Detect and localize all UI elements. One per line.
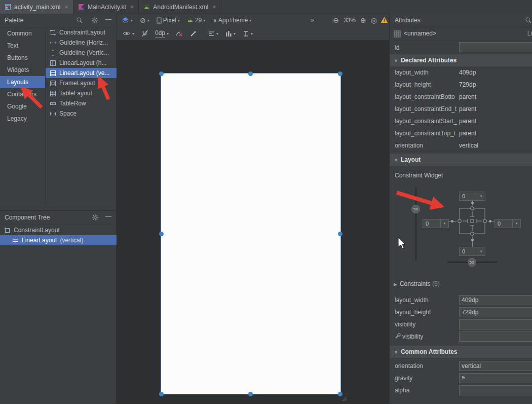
alpha-input[interactable] <box>459 385 532 395</box>
autoconnect-button[interactable] <box>141 30 148 37</box>
palette-item-label: Guideline (Vertic... <box>59 49 109 56</box>
selection-handle-bottom-left[interactable] <box>159 392 164 396</box>
constraints-section[interactable]: ▶Constraints (5) <box>390 278 532 290</box>
section-common-attributes[interactable]: ▼Common Attributes <box>390 346 532 358</box>
palette-category-widgets[interactable]: Widgets <box>0 64 45 76</box>
warnings-button[interactable] <box>381 16 388 23</box>
attr-row[interactable]: layout_constraintEnd_tparent <box>390 103 532 115</box>
close-icon[interactable]: × <box>130 3 134 11</box>
vertical-bias-slider[interactable] <box>415 187 416 261</box>
android-studio-window: activity_main.xml × MainActivity.kt × An… <box>0 0 532 404</box>
palette-item-linearlayout-horizontal[interactable]: LinearLayout (h... <box>46 58 117 68</box>
attr-row[interactable]: layout_constraintBottoparent <box>390 91 532 103</box>
view-options-button[interactable]: ▾ <box>123 30 134 36</box>
horizontal-bias-knob[interactable]: 50 <box>468 258 476 267</box>
attr-row[interactable]: layout_height729dp <box>390 79 532 91</box>
tree-item-constraintlayout[interactable]: ConstraintLayout <box>0 225 121 235</box>
attr-row: alpha <box>390 384 532 396</box>
palette-category-buttons[interactable]: Buttons <box>0 52 45 64</box>
chevron-down-icon: ▾ <box>477 247 485 255</box>
attr-row[interactable]: layout_width409dp <box>390 66 532 79</box>
orientation-input[interactable] <box>459 361 532 371</box>
layout-height-input[interactable] <box>459 307 532 317</box>
palette-item-constraintlayout[interactable]: ConstraintLayout <box>46 27 117 38</box>
api-label: 29 <box>195 17 202 24</box>
zoom-in-icon[interactable]: ⊕ <box>360 17 366 24</box>
layout-width-input[interactable] <box>459 295 532 305</box>
theme-selector[interactable]: ◑ AppTheme ▾ <box>212 17 251 24</box>
design-surface-button[interactable]: ▾ <box>122 17 133 24</box>
selection-handle-top-right[interactable] <box>338 71 343 76</box>
palette-item-tablerow[interactable]: TableRow <box>46 98 117 108</box>
id-input[interactable] <box>459 42 532 52</box>
palette-category-layouts[interactable]: Layouts <box>0 76 45 88</box>
attr-row: visibility <box>390 330 532 343</box>
zoom-out-icon[interactable]: ⊖ <box>333 17 339 24</box>
align-menu-button[interactable]: ▾ <box>208 30 218 37</box>
gear-icon[interactable] <box>92 214 99 221</box>
chevron-down-icon: ▼ <box>394 350 398 355</box>
gear-icon[interactable] <box>91 17 98 24</box>
tab-mainactivity-kt[interactable]: MainActivity.kt × <box>73 0 139 14</box>
vertical-bias-knob[interactable]: 50 <box>411 205 420 213</box>
palette-category-containers[interactable]: Containers <box>0 88 45 100</box>
margin-right-combo[interactable]: 0▾ <box>495 219 521 228</box>
tree-item-linearlayout[interactable]: LinearLayout(vertical) <box>0 235 129 245</box>
palette-item-framelayout[interactable]: FrameLayout <box>46 78 117 88</box>
palette-item-linearlayout-vertical[interactable]: LinearLayout (ve... <box>46 68 117 78</box>
attr-row[interactable]: orientationvertical <box>390 139 532 152</box>
selection-handle-left-center[interactable] <box>159 232 164 236</box>
palette-category-text[interactable]: Text <box>0 40 45 52</box>
selection-handle-bottom-center[interactable] <box>248 392 253 396</box>
guidelines-menu-button[interactable]: ▾ <box>242 30 253 37</box>
selection-handle-top-left[interactable] <box>159 71 164 76</box>
palette-category-legacy[interactable]: Legacy <box>0 113 45 125</box>
linearlayout-canvas[interactable] <box>161 74 340 394</box>
magnet-off-icon <box>141 30 148 37</box>
attributes-header: Attributes <box>390 14 532 27</box>
gravity-input[interactable] <box>459 373 532 383</box>
api-selector[interactable]: 29 ▾ <box>187 17 205 24</box>
device-selector[interactable]: Pixel ▾ <box>157 17 180 24</box>
search-icon[interactable] <box>76 17 83 24</box>
close-icon[interactable]: × <box>212 3 216 11</box>
palette-category-google[interactable]: Google <box>0 100 45 113</box>
default-margin-selector[interactable]: 0dp ▾ <box>155 29 169 38</box>
pack-menu-button[interactable]: ▾ <box>225 30 236 37</box>
design-surface[interactable] <box>117 41 389 404</box>
palette-item-guideline-horizontal[interactable]: Guideline (Horiz... <box>46 38 117 48</box>
margin-top-combo[interactable]: 0▾ <box>459 192 485 201</box>
margin-left-combo[interactable]: 0▾ <box>423 219 449 228</box>
zoom-fit-icon[interactable]: ◎ <box>371 17 377 24</box>
palette-item-space[interactable]: Space <box>46 108 117 119</box>
selection-handle-top-center[interactable] <box>248 71 253 76</box>
minimize-icon[interactable]: — <box>105 16 111 23</box>
palette-item-tablelayout[interactable]: TableLayout <box>46 88 117 98</box>
tab-activity-main-xml[interactable]: activity_main.xml × <box>0 0 73 14</box>
pack-bars-icon <box>225 30 232 37</box>
attr-row[interactable]: layout_constraintStart_parent <box>390 115 532 127</box>
minimize-icon[interactable]: — <box>105 213 111 220</box>
orientation-button[interactable]: ⊘ ▾ <box>140 17 149 24</box>
editor-tab-bar: activity_main.xml × MainActivity.kt × An… <box>0 0 532 14</box>
clear-constraints-button[interactable] <box>175 30 183 37</box>
constraint-square[interactable] <box>457 205 488 237</box>
palette-category-common[interactable]: Common <box>0 27 45 40</box>
tools-visibility-input[interactable] <box>459 332 532 342</box>
close-icon[interactable]: × <box>64 3 68 11</box>
flag-icon[interactable]: ⚑ <box>461 375 466 381</box>
attr-row[interactable]: layout_constraintTop_tparent <box>390 127 532 139</box>
selection-handle-right-center[interactable] <box>338 232 343 236</box>
canvas-resize-grip[interactable] <box>341 395 348 401</box>
section-declared-attributes[interactable]: ▼Declared Attributes <box>390 54 532 66</box>
palette-item-guideline-vertical[interactable]: Guideline (Vertic... <box>46 48 117 58</box>
toolbar-overflow[interactable]: » <box>311 16 314 24</box>
chevron-down-icon: ▼ <box>394 58 398 63</box>
tab-androidmanifest-xml[interactable]: AndroidManifest.xml × <box>139 0 221 14</box>
visibility-input[interactable] <box>459 319 532 329</box>
section-layout[interactable]: ▼Layout <box>390 154 532 166</box>
infer-constraints-button[interactable] <box>189 30 197 37</box>
search-icon[interactable] <box>525 17 532 24</box>
margin-bottom-combo[interactable]: 0▾ <box>459 247 485 256</box>
component-tree-title: Component Tree <box>5 214 50 221</box>
